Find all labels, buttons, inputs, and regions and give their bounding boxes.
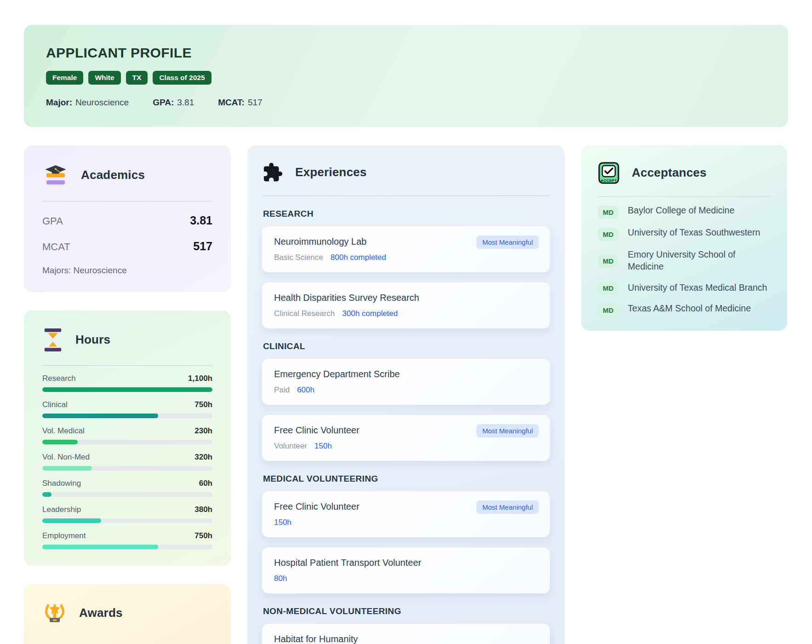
puzzle-icon <box>262 162 283 183</box>
header-gpa: GPA:3.81 <box>153 98 194 108</box>
experience-item[interactable]: Hospital Patient Transport Volunteer 80h <box>262 547 550 593</box>
school-name: University of Texas Southwestern <box>628 226 760 239</box>
md-degree-badge: MD <box>598 304 618 317</box>
hour-row-research: Research1,100h <box>42 374 212 392</box>
divider <box>42 201 212 201</box>
section-heading-clinical: CLINICAL <box>263 341 550 351</box>
hour-value: 750h <box>194 400 212 409</box>
experience-subtitle: Clinical Research <box>274 309 335 318</box>
experience-subtitle: Paid <box>274 385 290 395</box>
hour-value: 750h <box>194 531 212 540</box>
hour-bar-fill <box>42 492 51 497</box>
mcat-value: 517 <box>248 98 263 107</box>
hour-value: 380h <box>194 505 212 514</box>
experience-title: Health Disparities Survey Research <box>274 293 538 303</box>
hour-label: Clinical <box>42 400 68 409</box>
gpa-label: GPA: <box>153 98 174 107</box>
experience-title: Emergency Department Scribe <box>274 369 538 380</box>
md-degree-badge: MD <box>598 228 618 241</box>
experience-title: Hospital Patient Transport Volunteer <box>274 558 538 568</box>
graduation-books-icon <box>42 162 69 189</box>
hour-value: 320h <box>194 453 212 462</box>
hour-value: 60h <box>199 479 212 488</box>
experience-item[interactable]: Health Disparities Survey Research Clini… <box>262 282 550 328</box>
mcat-row-label: MCAT <box>42 241 70 253</box>
academics-card: Academics GPA 3.81 MCAT 517 Majors: Neur… <box>24 145 231 292</box>
hour-label: Leadership <box>42 505 81 514</box>
experiences-card: Experiences RESEARCH Neuroimmunology Lab… <box>247 145 565 644</box>
experience-subtitle: Volunteer <box>274 442 307 451</box>
hour-bar-track <box>42 545 212 549</box>
divider <box>42 365 212 366</box>
header-info-row: Major:Neuroscience GPA:3.81 MCAT:517 <box>46 98 766 108</box>
acceptances-card: ACCEPT Acceptances MD Baylor College of … <box>581 145 787 331</box>
experiences-title: Experiences <box>295 165 366 179</box>
accept-stamp-icon: ACCEPT <box>598 162 620 184</box>
experience-item[interactable]: Free Clinic Volunteer Most Meaningful 15… <box>262 491 550 537</box>
experience-title: Habitat for Humanity <box>274 634 538 644</box>
hours-list: Research1,100h Clinical750h Vol. Medical… <box>42 374 212 549</box>
hour-bar-fill <box>42 387 212 392</box>
hour-bar-track <box>42 518 212 523</box>
hours-card: Hours Research1,100h Clinical750h Vol. M… <box>24 310 231 566</box>
hour-row-shadowing: Shadowing60h <box>42 479 212 497</box>
most-meaningful-badge: Most Meaningful <box>476 236 539 249</box>
experience-hours-link[interactable]: 80h <box>274 574 287 583</box>
applicant-profile-page: APPLICANT PROFILE Female White TX Class … <box>0 0 812 644</box>
md-degree-badge: MD <box>598 254 618 268</box>
mcat-row-value: 517 <box>193 240 212 253</box>
hour-bar-track <box>42 466 212 471</box>
section-heading-non-medical-volunteering: NON-MEDICAL VOLUNTEERING <box>263 606 550 616</box>
content-grid: Academics GPA 3.81 MCAT 517 Majors: Neur… <box>24 145 788 644</box>
most-meaningful-badge: Most Meaningful <box>476 500 539 514</box>
experience-item[interactable]: Free Clinic Volunteer Most Meaningful Vo… <box>262 415 550 461</box>
acceptances-list: MD Baylor College of Medicine MD Univers… <box>598 204 771 317</box>
hour-bar-track <box>42 492 212 497</box>
experience-item[interactable]: Emergency Department Scribe Paid 600h <box>262 359 550 405</box>
experience-item[interactable]: Neuroimmunology Lab Most Meaningful Basi… <box>262 226 550 272</box>
page-title: APPLICANT PROFILE <box>46 45 766 61</box>
hourglass-icon <box>42 327 63 353</box>
experience-item[interactable]: Habitat for Humanity <box>262 624 550 644</box>
hour-value: 230h <box>194 426 212 436</box>
acceptances-card-header: ACCEPT Acceptances <box>598 162 771 184</box>
gpa-row-value: 3.81 <box>190 214 212 227</box>
hour-row-clinical: Clinical750h <box>42 400 212 418</box>
mcat-label: MCAT: <box>218 98 245 107</box>
major-label: Major: <box>46 98 72 107</box>
badge-ethnicity: White <box>88 71 120 85</box>
most-meaningful-badge: Most Meaningful <box>476 424 539 437</box>
acceptance-row: MD Texas A&M School of Medicine <box>598 302 771 317</box>
experience-subtitle: Basic Science <box>274 253 323 262</box>
hour-label: Shadowing <box>42 479 81 488</box>
hours-card-header: Hours <box>42 327 212 353</box>
hour-label: Employment <box>42 531 86 540</box>
experiences-card-header: Experiences <box>262 162 550 183</box>
experience-hours-link[interactable]: 150h <box>315 442 332 451</box>
major-value: Neuroscience <box>75 98 129 107</box>
left-column: Academics GPA 3.81 MCAT 517 Majors: Neur… <box>24 145 231 644</box>
acceptance-row: MD Emory University School of Medicine <box>598 248 771 273</box>
svg-text:ACCEPT: ACCEPT <box>600 178 617 182</box>
md-degree-badge: MD <box>598 282 618 295</box>
acceptance-row: MD Baylor College of Medicine <box>598 204 771 219</box>
experience-hours-link[interactable]: 300h completed <box>342 309 398 318</box>
gpa-row-label: GPA <box>42 215 63 227</box>
hour-bar-fill <box>42 466 92 471</box>
header-mcat: MCAT:517 <box>218 98 262 108</box>
experience-hours-link[interactable]: 150h <box>274 518 292 527</box>
section-heading-research: RESEARCH <box>263 209 550 219</box>
acceptances-title: Acceptances <box>632 166 707 180</box>
experience-hours-link[interactable]: 600h <box>297 385 315 395</box>
experience-hours-link[interactable]: 800h completed <box>331 253 386 262</box>
hour-bar-track <box>42 440 212 444</box>
hour-row-vol-medical: Vol. Medical230h <box>42 426 212 444</box>
hours-title: Hours <box>75 333 110 347</box>
hour-label: Research <box>42 374 76 383</box>
academics-title: Academics <box>81 168 145 182</box>
awards-title: Awards <box>79 606 123 620</box>
hour-label: Vol. Non-Med <box>42 453 90 462</box>
section-heading-medical-volunteering: MEDICAL VOLUNTEERING <box>263 474 550 484</box>
school-name: Emory University School of Medicine <box>628 248 771 273</box>
hour-value: 1,100h <box>188 374 212 383</box>
